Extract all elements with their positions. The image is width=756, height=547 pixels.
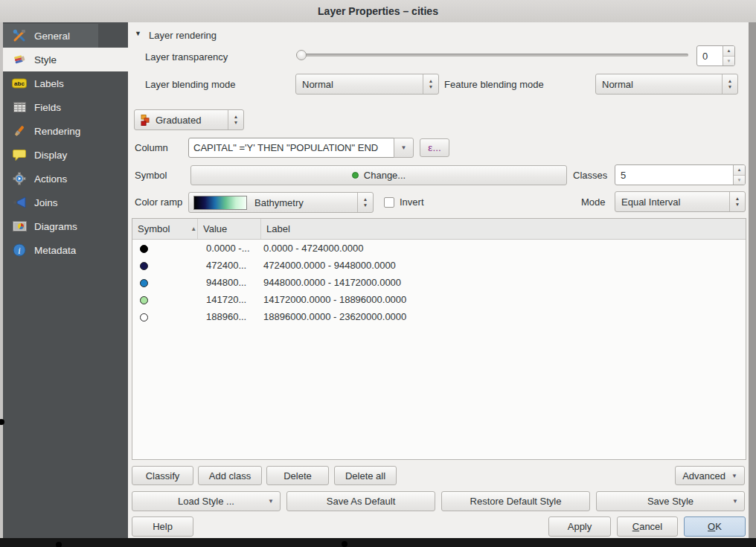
ok-button[interactable]: OK <box>684 516 746 537</box>
transparency-slider-track[interactable] <box>296 54 688 57</box>
add-class-button[interactable]: Add class <box>198 466 262 485</box>
sidebar-item-label: Fields <box>34 102 61 113</box>
display-icon <box>12 147 27 162</box>
updown-arrows-icon: ▲▼ <box>357 193 373 212</box>
transparency-slider-handle[interactable] <box>296 50 307 60</box>
column-header-label[interactable]: Label <box>261 219 746 239</box>
column-label: Column <box>135 142 168 153</box>
epsilon-icon: ε... <box>428 142 441 153</box>
window-right-edge <box>749 22 756 538</box>
rendering-icon <box>12 124 27 138</box>
sidebar-item-labels[interactable]: abc Labels <box>3 71 128 95</box>
layer-rendering-section-title[interactable]: Layer rendering <box>149 30 217 41</box>
layer-blending-mode-combo[interactable]: Normal ▲▼ <box>295 74 439 95</box>
invert-label: Invert <box>400 196 424 208</box>
table-row[interactable]: 0.0000 -...0.0000 - 4724000.0000 <box>132 240 746 257</box>
window-titlebar[interactable]: Layer Properties – cities <box>0 0 756 23</box>
classify-button[interactable]: Classify <box>132 466 193 485</box>
sidebar-item-metadata[interactable]: i Metadata <box>3 238 128 262</box>
joins-icon <box>12 195 27 210</box>
class-label: 4724000.0000 - 9448000.0000 <box>261 260 746 271</box>
artifact-dot <box>342 541 347 547</box>
column-dropdown-button[interactable]: ▼ <box>394 138 414 158</box>
table-row[interactable]: 472400...4724000.0000 - 9448000.0000 <box>132 257 746 274</box>
help-button[interactable]: Help <box>132 516 193 537</box>
sidebar-item-label: Joins <box>34 197 58 208</box>
save-as-default-button[interactable]: Save As Default <box>286 491 435 511</box>
feature-blending-mode-combo[interactable]: Normal ▲▼ <box>595 74 738 95</box>
delete-all-button[interactable]: Delete all <box>334 466 397 485</box>
sidebar-item-diagrams[interactable]: Diagrams <box>3 214 128 238</box>
symbol-label: Symbol <box>135 170 167 181</box>
class-symbol-dot-icon <box>140 262 148 270</box>
column-expression-input[interactable] <box>188 138 394 158</box>
column-header-symbol[interactable]: Symbol ▲ <box>132 219 198 239</box>
color-ramp-name: Bathymetry <box>254 197 354 208</box>
class-value: 188960... <box>198 311 261 322</box>
class-label: 14172000.0000 - 18896000.0000 <box>261 294 746 305</box>
sidebar-item-general[interactable]: General <box>3 24 98 48</box>
sidebar-item-fields[interactable]: Fields <box>3 95 128 119</box>
class-label: 18896000.0000 - 23620000.0000 <box>261 311 746 322</box>
sidebar-item-actions[interactable]: Actions <box>3 167 128 191</box>
mode-value: Equal Interval <box>621 196 726 208</box>
collapse-triangle-icon[interactable]: ▼ <box>135 30 141 37</box>
window-title: Layer Properties – cities <box>318 5 438 17</box>
restore-default-style-button[interactable]: Restore Default Style <box>441 491 590 511</box>
sidebar-item-display[interactable]: Display <box>3 143 128 167</box>
feature-blending-mode-label: Feature blending mode <box>444 79 544 90</box>
svg-text:i: i <box>18 246 20 256</box>
color-ramp-combo[interactable]: Bathymetry ▲▼ <box>188 192 374 213</box>
sidebar-item-style[interactable]: Style <box>3 48 128 71</box>
metadata-icon: i <box>12 243 27 257</box>
apply-button[interactable]: Apply <box>548 516 611 537</box>
actions-icon <box>12 171 27 186</box>
dropdown-arrow-icon: ▼ <box>397 144 411 151</box>
class-value: 141720... <box>198 294 261 305</box>
delete-button[interactable]: Delete <box>266 466 329 485</box>
transparency-value-input[interactable] <box>697 46 723 65</box>
table-row[interactable]: 944800...9448000.0000 - 14172000.0000 <box>132 274 746 291</box>
renderer-type-value: Graduated <box>156 115 225 126</box>
sidebar-item-label: Diagrams <box>34 221 77 232</box>
sidebar-item-label: General <box>34 31 70 42</box>
class-symbol-dot-icon <box>140 279 148 287</box>
symbol-change-label: Change... <box>364 170 406 181</box>
layer-blending-mode-value: Normal <box>302 79 420 90</box>
class-symbol-dot-icon <box>140 245 148 253</box>
spin-up-icon[interactable]: ▲ <box>723 46 734 57</box>
spin-up-icon[interactable]: ▲ <box>734 165 745 176</box>
updown-arrows-icon: ▲▼ <box>423 74 438 94</box>
column-header-value[interactable]: Value <box>198 219 261 239</box>
class-symbol-dot-icon <box>140 313 148 322</box>
feature-blending-mode-value: Normal <box>602 79 719 90</box>
svg-text:abc: abc <box>14 80 25 87</box>
sort-ascending-icon: ▲ <box>190 225 196 232</box>
advanced-button[interactable]: Advanced ▼ <box>675 466 745 485</box>
sidebar: General Style abc Labels Fields Renderin… <box>3 22 128 538</box>
sidebar-item-label: Metadata <box>34 245 76 256</box>
sidebar-item-rendering[interactable]: Rendering <box>3 119 128 143</box>
classes-value-input[interactable] <box>615 165 733 185</box>
graduated-icon <box>141 115 151 126</box>
invert-checkbox[interactable] <box>384 197 394 208</box>
save-style-button[interactable]: Save Style ▼ <box>596 491 745 511</box>
expression-builder-button[interactable]: ε... <box>420 138 449 157</box>
class-value: 944800... <box>198 277 261 288</box>
transparency-spinbox: ▲ ▼ <box>696 45 735 66</box>
spin-down-icon[interactable]: ▼ <box>723 57 734 66</box>
load-style-button[interactable]: Load Style ... ▼ <box>132 491 281 511</box>
symbol-change-button[interactable]: Change... <box>190 165 567 185</box>
layer-blending-mode-label: Layer blending mode <box>145 79 235 90</box>
sidebar-item-joins[interactable]: Joins <box>3 191 128 214</box>
spin-down-icon[interactable]: ▼ <box>734 176 745 185</box>
mode-combo[interactable]: Equal Interval ▲▼ <box>615 191 746 212</box>
renderer-type-combo[interactable]: Graduated ▲▼ <box>134 109 244 130</box>
sidebar-item-label: Rendering <box>34 126 80 137</box>
classes-spinbox: ▲ ▼ <box>615 164 746 185</box>
dropdown-arrow-icon: ▼ <box>731 473 737 479</box>
table-row[interactable]: 188960...18896000.0000 - 23620000.0000 <box>132 308 746 325</box>
table-row[interactable]: 141720...14172000.0000 - 18896000.0000 <box>132 291 746 308</box>
sidebar-item-label: Actions <box>34 173 67 185</box>
cancel-button[interactable]: Cancel <box>617 516 678 537</box>
